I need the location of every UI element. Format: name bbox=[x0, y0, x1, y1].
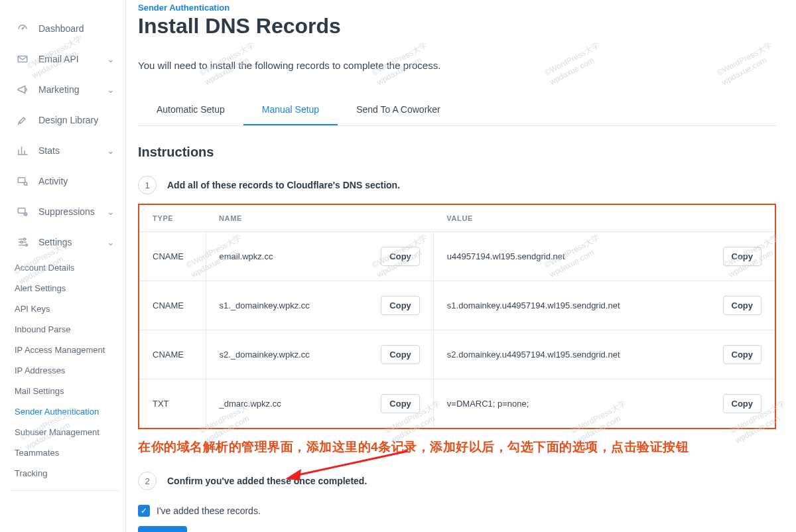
copy-value-button[interactable]: Copy bbox=[723, 345, 762, 364]
sidebar-subitems: Account DetailsAlert SettingsAPI KeysInb… bbox=[11, 257, 119, 484]
cell-name: email.wpkz.cc bbox=[206, 232, 367, 281]
col-type: TYPE bbox=[139, 205, 206, 232]
sidebar: Dashboard Email API⌄ Marketing⌄ Design L… bbox=[0, 0, 126, 532]
sidebar-subitem[interactable]: Inbound Parse bbox=[11, 319, 119, 340]
chevron-down-icon: ⌄ bbox=[107, 206, 115, 217]
sidebar-subitem[interactable]: Alert Settings bbox=[11, 278, 119, 299]
col-value: VALUE bbox=[433, 205, 775, 232]
table-row: CNAMEs1._domainkey.wpkz.ccCopys1.domaink… bbox=[139, 281, 775, 330]
intro-text: You will need to install the following r… bbox=[138, 60, 776, 71]
chevron-down-icon: ⌄ bbox=[107, 237, 115, 247]
sidebar-subitem[interactable]: IP Access Management bbox=[11, 340, 119, 360]
tabs: Automatic Setup Manual Setup Send To A C… bbox=[138, 95, 776, 126]
cell-type: TXT bbox=[139, 379, 206, 429]
cell-name: _dmarc.wpkz.cc bbox=[206, 379, 367, 429]
sidebar-label: Suppressions bbox=[38, 206, 95, 217]
sidebar-item-suppressions[interactable]: Suppressions⌄ bbox=[11, 196, 119, 227]
cell-type: CNAME bbox=[139, 232, 206, 281]
chevron-down-icon: ⌄ bbox=[107, 145, 115, 156]
svg-rect-1 bbox=[18, 178, 25, 183]
cell-name: s1._domainkey.wpkz.cc bbox=[206, 281, 367, 330]
svg-point-6 bbox=[21, 241, 23, 243]
sidebar-label: Marketing bbox=[38, 84, 79, 95]
step-number: 1 bbox=[138, 176, 157, 194]
sidebar-label: Settings bbox=[38, 237, 72, 247]
svg-rect-3 bbox=[18, 208, 25, 214]
sidebar-label: Design Library bbox=[38, 115, 98, 125]
step-text: Confirm you've added these once complete… bbox=[167, 476, 367, 486]
sidebar-item-dashboard[interactable]: Dashboard bbox=[11, 13, 119, 44]
step-text: Add all of these records to Cloudflare's… bbox=[167, 180, 400, 190]
cell-value: u44957194.wl195.sendgrid.net bbox=[433, 232, 709, 281]
megaphone-icon bbox=[15, 84, 31, 96]
copy-value-button[interactable]: Copy bbox=[723, 296, 762, 315]
cell-name: s2._domainkey.wpkz.cc bbox=[206, 330, 367, 379]
checkbox-checked-icon[interactable]: ✓ bbox=[138, 505, 150, 517]
sidebar-subitem[interactable]: Mail Settings bbox=[11, 381, 119, 401]
sidebar-item-email-api[interactable]: Email API⌄ bbox=[11, 44, 119, 74]
step-1: 1 Add all of these records to Cloudflare… bbox=[138, 176, 776, 194]
copy-name-button[interactable]: Copy bbox=[381, 296, 420, 315]
checkbox-row[interactable]: ✓ I've added these records. bbox=[138, 505, 776, 517]
sidebar-subitem[interactable]: Account Details bbox=[11, 257, 119, 278]
annotation-text: 在你的域名解析的管理界面，添加这里的4条记录，添加好以后，勾选下面的选项，点击验… bbox=[138, 438, 776, 456]
sidebar-subitem[interactable]: Tracking bbox=[11, 463, 119, 484]
chevron-down-icon: ⌄ bbox=[107, 54, 115, 64]
sidebar-item-stats[interactable]: Stats⌄ bbox=[11, 135, 119, 166]
table-row: TXT_dmarc.wpkz.ccCopyv=DMARC1; p=none;Co… bbox=[139, 379, 775, 429]
sidebar-label: Stats bbox=[38, 145, 60, 156]
sliders-icon bbox=[15, 236, 31, 248]
verify-button[interactable]: Verify bbox=[138, 526, 187, 532]
mail-block-icon bbox=[15, 206, 31, 218]
mail-icon bbox=[15, 53, 31, 65]
table-row: CNAMEemail.wpkz.ccCopyu44957194.wl195.se… bbox=[139, 232, 775, 281]
sidebar-item-settings[interactable]: Settings⌄ bbox=[11, 227, 119, 257]
tab-send-coworker[interactable]: Send To A Coworker bbox=[338, 95, 459, 125]
col-name: NAME bbox=[206, 205, 433, 232]
copy-name-button[interactable]: Copy bbox=[381, 247, 420, 266]
sidebar-subitem[interactable]: Subuser Management bbox=[11, 422, 119, 442]
sidebar-label: Email API bbox=[38, 54, 79, 64]
mail-search-icon bbox=[15, 175, 31, 187]
sidebar-item-design-library[interactable]: Design Library bbox=[11, 105, 119, 135]
sidebar-subitem[interactable]: IP Addresses bbox=[11, 360, 119, 381]
checkbox-label: I've added these records. bbox=[157, 505, 261, 516]
cell-value: v=DMARC1; p=none; bbox=[433, 379, 709, 429]
cell-type: CNAME bbox=[139, 330, 206, 379]
dns-records-table: TYPE NAME VALUE CNAMEemail.wpkz.ccCopyu4… bbox=[138, 204, 776, 429]
table-row: CNAMEs2._domainkey.wpkz.ccCopys2.domaink… bbox=[139, 330, 775, 379]
gauge-icon bbox=[15, 23, 31, 34]
sidebar-divider bbox=[11, 490, 119, 491]
sidebar-item-marketing[interactable]: Marketing⌄ bbox=[11, 74, 119, 105]
tab-automatic-setup[interactable]: Automatic Setup bbox=[138, 95, 243, 125]
chevron-down-icon: ⌄ bbox=[107, 84, 115, 95]
copy-name-button[interactable]: Copy bbox=[381, 394, 420, 413]
copy-name-button[interactable]: Copy bbox=[381, 345, 420, 364]
svg-point-5 bbox=[24, 238, 26, 240]
brush-icon bbox=[15, 114, 31, 126]
step-number: 2 bbox=[138, 472, 157, 490]
copy-value-button[interactable]: Copy bbox=[723, 247, 762, 266]
sidebar-subitem[interactable]: API Keys bbox=[11, 299, 119, 319]
sidebar-item-activity[interactable]: Activity bbox=[11, 166, 119, 196]
sidebar-subitem[interactable]: Teammates bbox=[11, 442, 119, 463]
sidebar-subitem[interactable]: Sender Authentication bbox=[11, 401, 119, 422]
breadcrumb[interactable]: Sender Authentication bbox=[138, 3, 776, 13]
sidebar-label: Activity bbox=[38, 176, 68, 186]
cell-value: s2.domainkey.u44957194.wl195.sendgrid.ne… bbox=[433, 330, 709, 379]
cell-value: s1.domainkey.u44957194.wl195.sendgrid.ne… bbox=[433, 281, 709, 330]
main-content: Sender Authentication Install DNS Record… bbox=[126, 0, 796, 532]
copy-value-button[interactable]: Copy bbox=[723, 394, 762, 413]
bar-chart-icon bbox=[15, 145, 31, 157]
cell-type: CNAME bbox=[139, 281, 206, 330]
tab-manual-setup[interactable]: Manual Setup bbox=[243, 95, 338, 125]
instructions-heading: Instructions bbox=[138, 145, 776, 160]
page-title: Install DNS Records bbox=[138, 14, 776, 38]
step-2: 2 Confirm you've added these once comple… bbox=[138, 472, 776, 490]
sidebar-label: Dashboard bbox=[38, 23, 84, 34]
